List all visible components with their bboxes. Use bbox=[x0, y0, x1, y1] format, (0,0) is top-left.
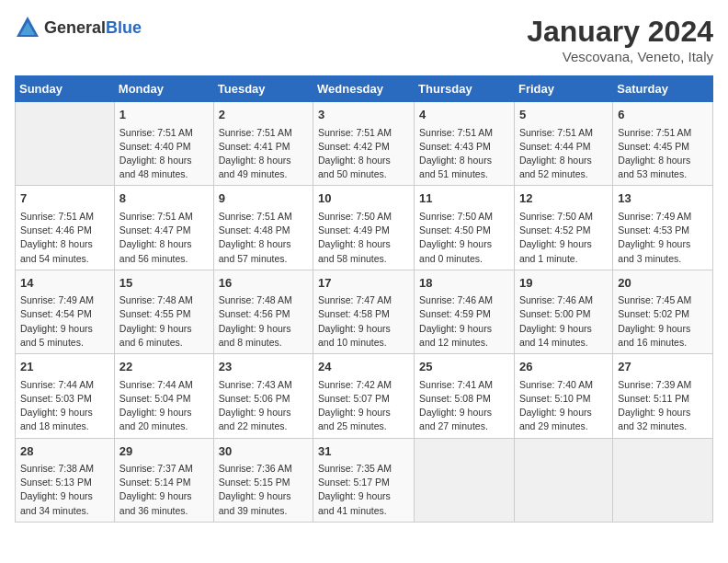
calendar-cell: 26Sunrise: 7:40 AM Sunset: 5:10 PM Dayli… bbox=[514, 354, 612, 438]
day-info: Sunrise: 7:35 AM Sunset: 5:17 PM Dayligh… bbox=[318, 462, 409, 518]
day-number: 30 bbox=[219, 442, 308, 461]
calendar-cell: 7Sunrise: 7:51 AM Sunset: 4:46 PM Daylig… bbox=[16, 186, 115, 270]
calendar-cell bbox=[514, 438, 612, 522]
day-info: Sunrise: 7:51 AM Sunset: 4:40 PM Dayligh… bbox=[119, 126, 209, 182]
day-number: 2 bbox=[219, 106, 308, 124]
day-number: 12 bbox=[519, 190, 608, 208]
calendar-cell: 21Sunrise: 7:44 AM Sunset: 5:03 PM Dayli… bbox=[16, 354, 115, 438]
calendar-cell: 15Sunrise: 7:48 AM Sunset: 4:55 PM Dayli… bbox=[114, 270, 213, 353]
week-row-3: 14Sunrise: 7:49 AM Sunset: 4:54 PM Dayli… bbox=[16, 270, 713, 353]
day-number: 29 bbox=[119, 442, 209, 461]
day-number: 24 bbox=[318, 358, 409, 376]
day-info: Sunrise: 7:49 AM Sunset: 4:53 PM Dayligh… bbox=[618, 210, 708, 266]
day-info: Sunrise: 7:51 AM Sunset: 4:42 PM Dayligh… bbox=[318, 126, 409, 182]
calendar-cell: 8Sunrise: 7:51 AM Sunset: 4:47 PM Daylig… bbox=[114, 186, 213, 270]
day-number: 4 bbox=[419, 106, 509, 124]
week-row-1: 1Sunrise: 7:51 AM Sunset: 4:40 PM Daylig… bbox=[16, 102, 713, 186]
header-wednesday: Wednesday bbox=[313, 76, 415, 102]
logo-text: GeneralBlue bbox=[44, 18, 142, 38]
calendar-cell: 9Sunrise: 7:51 AM Sunset: 4:48 PM Daylig… bbox=[213, 186, 313, 270]
title-block: January 2024 Vescovana, Veneto, Italy bbox=[527, 15, 713, 64]
day-number: 3 bbox=[318, 106, 409, 124]
calendar-cell: 24Sunrise: 7:42 AM Sunset: 5:07 PM Dayli… bbox=[313, 354, 415, 438]
calendar-cell: 6Sunrise: 7:51 AM Sunset: 4:45 PM Daylig… bbox=[613, 102, 713, 186]
header-monday: Monday bbox=[114, 76, 213, 102]
day-number: 7 bbox=[20, 190, 109, 208]
header-thursday: Thursday bbox=[415, 76, 515, 102]
calendar-cell: 18Sunrise: 7:46 AM Sunset: 4:59 PM Dayli… bbox=[415, 270, 515, 353]
logo: GeneralBlue bbox=[15, 15, 142, 40]
day-info: Sunrise: 7:44 AM Sunset: 5:03 PM Dayligh… bbox=[20, 378, 109, 434]
day-number: 18 bbox=[419, 274, 509, 293]
day-info: Sunrise: 7:51 AM Sunset: 4:43 PM Dayligh… bbox=[419, 126, 509, 182]
day-info: Sunrise: 7:46 AM Sunset: 5:00 PM Dayligh… bbox=[519, 293, 608, 350]
calendar-cell: 4Sunrise: 7:51 AM Sunset: 4:43 PM Daylig… bbox=[415, 102, 515, 186]
calendar-title: January 2024 bbox=[527, 15, 713, 49]
day-number: 20 bbox=[618, 274, 708, 293]
calendar-cell: 1Sunrise: 7:51 AM Sunset: 4:40 PM Daylig… bbox=[114, 102, 213, 186]
day-number: 14 bbox=[20, 274, 109, 293]
week-row-2: 7Sunrise: 7:51 AM Sunset: 4:46 PM Daylig… bbox=[16, 186, 713, 270]
logo-general: General bbox=[44, 18, 106, 37]
day-info: Sunrise: 7:51 AM Sunset: 4:47 PM Dayligh… bbox=[119, 210, 209, 266]
calendar-cell: 2Sunrise: 7:51 AM Sunset: 4:41 PM Daylig… bbox=[213, 102, 313, 186]
calendar-cell: 12Sunrise: 7:50 AM Sunset: 4:52 PM Dayli… bbox=[514, 186, 612, 270]
day-info: Sunrise: 7:48 AM Sunset: 4:55 PM Dayligh… bbox=[119, 293, 209, 350]
day-number: 6 bbox=[618, 106, 708, 124]
day-number: 17 bbox=[318, 274, 409, 293]
calendar-cell: 17Sunrise: 7:47 AM Sunset: 4:58 PM Dayli… bbox=[313, 270, 415, 353]
logo-icon bbox=[15, 15, 40, 40]
day-info: Sunrise: 7:44 AM Sunset: 5:04 PM Dayligh… bbox=[119, 378, 209, 434]
day-number: 9 bbox=[219, 190, 308, 208]
calendar-cell: 13Sunrise: 7:49 AM Sunset: 4:53 PM Dayli… bbox=[613, 186, 713, 270]
calendar-header: SundayMondayTuesdayWednesdayThursdayFrid… bbox=[16, 76, 713, 102]
day-info: Sunrise: 7:38 AM Sunset: 5:13 PM Dayligh… bbox=[20, 462, 109, 518]
day-info: Sunrise: 7:42 AM Sunset: 5:07 PM Dayligh… bbox=[318, 378, 409, 434]
day-info: Sunrise: 7:50 AM Sunset: 4:49 PM Dayligh… bbox=[318, 210, 409, 266]
day-info: Sunrise: 7:37 AM Sunset: 5:14 PM Dayligh… bbox=[119, 462, 209, 518]
day-info: Sunrise: 7:49 AM Sunset: 4:54 PM Dayligh… bbox=[20, 293, 109, 350]
calendar-subtitle: Vescovana, Veneto, Italy bbox=[527, 49, 713, 64]
day-number: 25 bbox=[419, 358, 509, 376]
calendar-cell: 29Sunrise: 7:37 AM Sunset: 5:14 PM Dayli… bbox=[114, 438, 213, 522]
day-number: 8 bbox=[119, 190, 209, 208]
day-number: 16 bbox=[219, 274, 308, 293]
day-number: 10 bbox=[318, 190, 409, 208]
calendar-cell: 28Sunrise: 7:38 AM Sunset: 5:13 PM Dayli… bbox=[16, 438, 115, 522]
day-info: Sunrise: 7:51 AM Sunset: 4:44 PM Dayligh… bbox=[519, 126, 608, 182]
logo-blue: Blue bbox=[106, 18, 142, 37]
calendar-table: SundayMondayTuesdayWednesdayThursdayFrid… bbox=[15, 75, 713, 523]
day-info: Sunrise: 7:50 AM Sunset: 4:50 PM Dayligh… bbox=[419, 210, 509, 266]
calendar-cell: 20Sunrise: 7:45 AM Sunset: 5:02 PM Dayli… bbox=[613, 270, 713, 353]
calendar-body: 1Sunrise: 7:51 AM Sunset: 4:40 PM Daylig… bbox=[16, 102, 713, 523]
calendar-cell: 27Sunrise: 7:39 AM Sunset: 5:11 PM Dayli… bbox=[613, 354, 713, 438]
calendar-cell bbox=[415, 438, 515, 522]
header-row: SundayMondayTuesdayWednesdayThursdayFrid… bbox=[16, 76, 713, 102]
day-info: Sunrise: 7:45 AM Sunset: 5:02 PM Dayligh… bbox=[618, 293, 708, 350]
day-number: 28 bbox=[20, 442, 109, 461]
calendar-cell: 5Sunrise: 7:51 AM Sunset: 4:44 PM Daylig… bbox=[514, 102, 612, 186]
day-number: 22 bbox=[119, 358, 209, 376]
calendar-cell: 22Sunrise: 7:44 AM Sunset: 5:04 PM Dayli… bbox=[114, 354, 213, 438]
day-info: Sunrise: 7:47 AM Sunset: 4:58 PM Dayligh… bbox=[318, 293, 409, 350]
calendar-cell: 3Sunrise: 7:51 AM Sunset: 4:42 PM Daylig… bbox=[313, 102, 415, 186]
day-number: 31 bbox=[318, 442, 409, 461]
day-info: Sunrise: 7:51 AM Sunset: 4:41 PM Dayligh… bbox=[219, 126, 308, 182]
calendar-cell: 16Sunrise: 7:48 AM Sunset: 4:56 PM Dayli… bbox=[213, 270, 313, 353]
calendar-cell bbox=[16, 102, 115, 186]
day-info: Sunrise: 7:51 AM Sunset: 4:46 PM Dayligh… bbox=[20, 210, 109, 266]
calendar-cell: 30Sunrise: 7:36 AM Sunset: 5:15 PM Dayli… bbox=[213, 438, 313, 522]
day-info: Sunrise: 7:51 AM Sunset: 4:45 PM Dayligh… bbox=[618, 126, 708, 182]
page-header: GeneralBlue January 2024 Vescovana, Vene… bbox=[15, 15, 713, 64]
day-info: Sunrise: 7:36 AM Sunset: 5:15 PM Dayligh… bbox=[219, 462, 308, 518]
calendar-cell: 23Sunrise: 7:43 AM Sunset: 5:06 PM Dayli… bbox=[213, 354, 313, 438]
day-info: Sunrise: 7:51 AM Sunset: 4:48 PM Dayligh… bbox=[219, 210, 308, 266]
header-friday: Friday bbox=[514, 76, 612, 102]
day-info: Sunrise: 7:41 AM Sunset: 5:08 PM Dayligh… bbox=[419, 378, 509, 434]
day-number: 21 bbox=[20, 358, 109, 376]
calendar-cell: 10Sunrise: 7:50 AM Sunset: 4:49 PM Dayli… bbox=[313, 186, 415, 270]
calendar-cell: 14Sunrise: 7:49 AM Sunset: 4:54 PM Dayli… bbox=[16, 270, 115, 353]
day-info: Sunrise: 7:48 AM Sunset: 4:56 PM Dayligh… bbox=[219, 293, 308, 350]
calendar-cell: 11Sunrise: 7:50 AM Sunset: 4:50 PM Dayli… bbox=[415, 186, 515, 270]
calendar-cell: 31Sunrise: 7:35 AM Sunset: 5:17 PM Dayli… bbox=[313, 438, 415, 522]
